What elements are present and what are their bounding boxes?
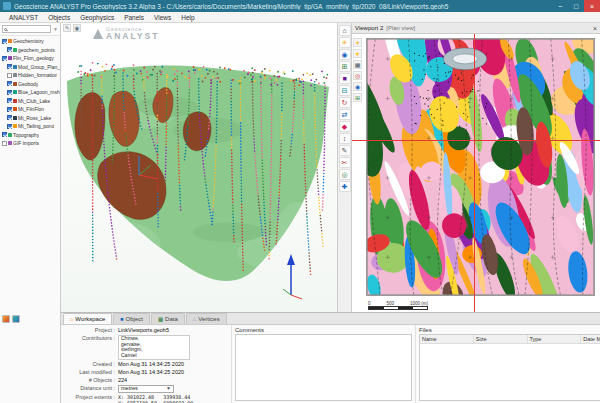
bottom-tab[interactable]: ▦ Data — [151, 313, 185, 324]
viewport-toolbar: ⌂ ☀ ◉ ⊞ ■ ⊟ ↻ ⇄ ◆ ↕ ✎ ✂ — [337, 23, 352, 312]
viewport1-toolbar: ✎ ◉ — [63, 24, 81, 32]
visibility-checkbox[interactable] — [7, 81, 12, 86]
viewport2-header: Viewport 2 [Plan view] × — [352, 23, 600, 34]
tree-item[interactable]: Mt_FlinFlon — [0, 105, 60, 114]
object-type-icon — [13, 99, 17, 103]
crosshair-vertical — [474, 34, 475, 312]
toolbar-icon[interactable]: ✂ — [339, 157, 351, 168]
visibility-checkbox[interactable] — [7, 98, 12, 103]
visibility-checkbox[interactable] — [7, 115, 12, 120]
object-tree: Geochemistry geochem_points Flin_Flon_ge… — [0, 36, 60, 403]
menu-item[interactable]: Geophysics — [75, 14, 119, 21]
map-tool-icon[interactable]: ☀ — [353, 38, 362, 47]
menu-item[interactable]: Objects — [43, 14, 75, 21]
tree-item[interactable]: Mod_Group_Plan_view — [0, 63, 60, 72]
toolbar-icon[interactable]: ◉ — [339, 49, 351, 60]
extents-values: X: 301022.48 339938.44Y: 6052180.50 6098… — [118, 394, 193, 403]
visibility-checkbox[interactable] — [7, 107, 12, 112]
menu-item[interactable]: Help — [176, 14, 199, 21]
close-button[interactable]: × — [584, 0, 600, 12]
files-column-header[interactable]: Type — [528, 335, 582, 343]
viewport-1-3d: ✎ ◉ Geoscience ANALYST — [61, 23, 337, 312]
toolbar-icon[interactable]: ⌂ — [339, 25, 351, 36]
gif-thumbnail[interactable] — [12, 315, 20, 323]
tree-item[interactable]: Geobody — [0, 80, 60, 89]
visibility-checkbox[interactable] — [2, 39, 7, 44]
viewport1-tool-button[interactable]: ◉ — [73, 24, 81, 32]
object-type-icon — [13, 124, 17, 128]
tree-item-label: GIF imports — [13, 140, 39, 146]
contributors-label: Contributors : — [64, 335, 118, 342]
tree-item-label: Mod_Group_Plan_view — [18, 64, 60, 70]
toolbar-icon[interactable]: ◆ — [339, 121, 351, 132]
tree-item[interactable]: Topography — [0, 131, 60, 140]
map-mini-toolbar: ☀ ★ ▦ ◎ ◉ ⊞ — [353, 38, 362, 102]
tab-icon: ■ — [120, 316, 123, 322]
visibility-checkbox[interactable] — [7, 47, 12, 52]
viewport1-tool-button[interactable]: ✎ — [63, 24, 71, 32]
maximize-button[interactable]: □ — [568, 0, 584, 12]
tree-item[interactable]: Geochemistry — [0, 37, 60, 46]
files-column-header[interactable]: Name — [420, 335, 474, 343]
contributors-list[interactable]: Chinwe,gervaise,sterlingm,Camiel — [118, 335, 190, 360]
visibility-checkbox[interactable] — [7, 73, 12, 78]
created-label: Created : — [64, 361, 118, 368]
toolbar-icon[interactable]: ■ — [339, 73, 351, 84]
visibility-checkbox[interactable] — [7, 124, 12, 129]
visibility-checkbox[interactable] — [7, 64, 12, 69]
visibility-checkbox[interactable] — [2, 56, 7, 61]
comments-textarea[interactable] — [235, 334, 412, 401]
tree-item[interactable]: Mt_Tailing_pond — [0, 122, 60, 131]
files-column: Files NameSizeTypeDate Modified — [415, 325, 600, 403]
tree-item[interactable]: Hidden_formation — [0, 71, 60, 80]
viewport2-close-icon[interactable]: × — [593, 25, 597, 32]
toolbar-icon[interactable]: ✎ — [339, 145, 351, 156]
toolbar-icon[interactable]: ☀ — [339, 37, 351, 48]
minimize-button[interactable]: − — [552, 0, 568, 12]
bottom-tab[interactable]: ∴ Vertices — [186, 313, 227, 324]
toolbar-icon[interactable]: ⊟ — [339, 85, 351, 96]
toolbar-icon[interactable]: ✚ — [339, 181, 351, 192]
map-tool-icon[interactable]: ⊞ — [353, 93, 362, 102]
files-column-header[interactable]: Size — [474, 335, 528, 343]
menu-item[interactable]: Views — [149, 14, 176, 21]
map-tool-icon[interactable]: ★ — [353, 49, 362, 58]
gif-thumbnail[interactable] — [2, 315, 10, 323]
app-logo-icon — [3, 2, 11, 10]
visibility-checkbox[interactable] — [7, 90, 12, 95]
menu-item[interactable]: ANALYST — [4, 14, 43, 21]
3d-canvas[interactable] — [61, 23, 337, 312]
tree-item[interactable]: Blue_Lagoon_msh — [0, 88, 60, 97]
distance-unit-select[interactable]: metres ▼ — [118, 385, 174, 393]
tree-item[interactable]: Mt_Club_Lake — [0, 97, 60, 106]
files-column-header[interactable]: Date Modified — [581, 335, 600, 343]
bottom-tab[interactable]: ⌂ Workspace — [63, 313, 112, 324]
toolbar-icon[interactable]: ↕ — [339, 133, 351, 144]
extents-label: Project extents : — [64, 394, 118, 401]
visibility-checkbox[interactable] — [2, 141, 7, 146]
map-canvas[interactable] — [366, 38, 595, 296]
toolbar-icon[interactable]: ⊞ — [339, 61, 351, 72]
map-tool-icon[interactable]: ◉ — [353, 82, 362, 91]
filter-icon[interactable]: ▼ — [53, 26, 58, 32]
object-type-icon — [8, 56, 12, 60]
bottom-tab[interactable]: ■ Object — [113, 313, 150, 324]
menu-item[interactable]: Panels — [119, 14, 149, 21]
search-input[interactable] — [2, 25, 51, 33]
map-tool-icon[interactable]: ◎ — [353, 71, 362, 80]
viewport2-title: Viewport 2 — [355, 25, 383, 31]
visibility-checkbox[interactable] — [2, 132, 7, 137]
tree-item[interactable]: GIF imports — [0, 139, 60, 148]
toolbar-icon[interactable]: ◎ — [339, 169, 351, 180]
tab-icon: ∴ — [193, 316, 197, 322]
map-tool-icon[interactable]: ▦ — [353, 60, 362, 69]
tree-item[interactable]: Mt_Ross_Lake — [0, 114, 60, 123]
toolbar-icon[interactable]: ⇄ — [339, 109, 351, 120]
tree-item[interactable]: Flin_Flon_geology — [0, 54, 60, 63]
crosshair-horizontal — [352, 140, 600, 141]
tree-item[interactable]: geochem_points — [0, 46, 60, 55]
contributor-name: Camiel — [121, 353, 187, 359]
files-table-body[interactable] — [420, 344, 600, 400]
toolbar-icon[interactable]: ↻ — [339, 97, 351, 108]
search-field[interactable] — [8, 26, 49, 32]
